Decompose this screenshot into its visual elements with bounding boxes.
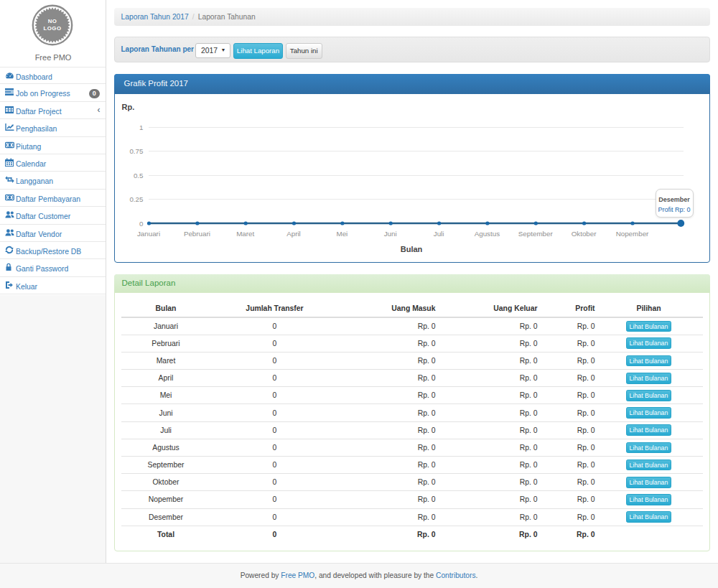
svg-text:NO: NO (48, 18, 57, 24)
svg-text:LOGO: LOGO (44, 25, 62, 32)
